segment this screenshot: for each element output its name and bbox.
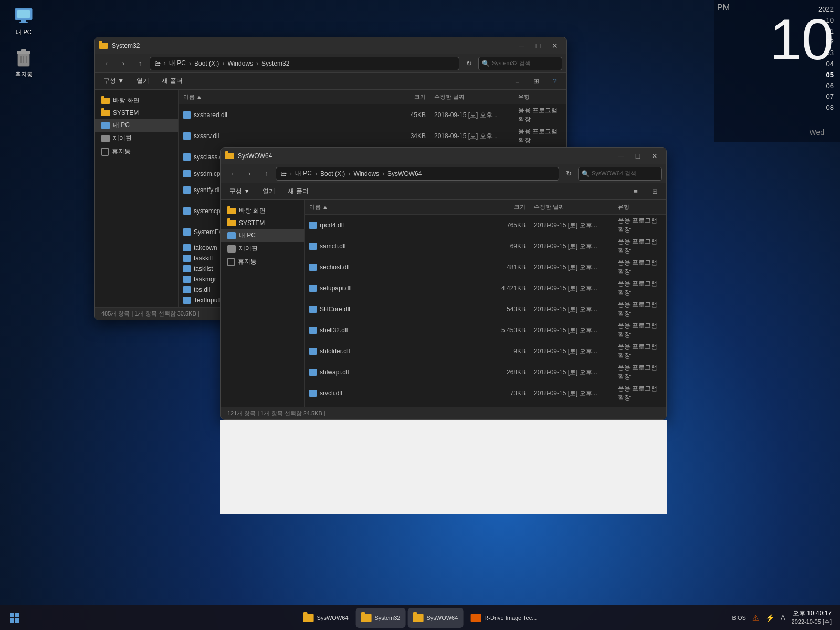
file-icon [183,276,191,283]
minimize-btn[interactable]: ─ [514,40,529,51]
taskbar-rdrive[interactable]: R-Drive Image Tec... [465,608,542,628]
time-block[interactable]: 오후 10:40:17 2022-10-05 [수] [792,609,832,626]
desktop-icon-pc[interactable]: 내 PC [5,5,42,36]
open-btn[interactable]: 열기 [132,75,153,88]
refresh-btn[interactable]: ↻ [461,57,476,70]
file-icon [309,222,317,229]
taskbar-syswow64-2[interactable]: SysWOW64 [407,608,463,628]
table-row[interactable]: sxssrv.dll 34KB 2018-09-15 [토] 오후... 응용 … [179,125,566,146]
syswow64-address-bar[interactable]: 🗁 › 내 PC › Boot (X:) › Windows › SysWOW6… [276,167,559,181]
organize-btn[interactable]: 구성 ▼ [99,75,128,88]
trash-icon [13,47,34,68]
back-btn[interactable]: ‹ [99,57,114,70]
syswow64-sidebar-mypc[interactable]: 내 PC [221,229,304,242]
sidebar-item-mypc[interactable]: 내 PC [95,119,178,132]
syswow64-search-bar[interactable]: 🔍 SysWOW64 검색 [578,167,662,181]
table-row[interactable]: SHCore.dll 543KB 2018-09-15 [토] 오후... 응용… [305,299,666,320]
table-row[interactable]: shell32.dll 5,453KB 2018-09-15 [토] 오후...… [305,320,666,341]
control-panel-icon [101,135,110,142]
syswow64-file-list-header: 이름 ▲ 크기 수정한 날짜 유형 [305,200,666,215]
table-row[interactable]: sechost.dll 481KB 2018-09-15 [토] 오후... 응… [305,257,666,278]
sidebar-item-trash[interactable]: 휴지통 [95,145,178,158]
sidebar-item-control[interactable]: 제어판 [95,132,178,145]
syswow64-pc-icon [227,232,236,239]
syswow64-body: 바탕 화면 SYSTEM 내 PC 제어판 휴지통 [221,200,666,407]
file-icon [309,327,317,334]
file-icon [183,228,191,236]
new-folder-btn[interactable]: 새 폴더 [158,75,186,88]
syswow64-close-btn[interactable]: ✕ [647,151,662,161]
syswow64-sidebar-desktop[interactable]: 바탕 화면 [221,204,304,217]
file-icon [309,306,317,313]
system32-titlebar: System32 ─ □ ✕ [95,37,566,54]
search-bar[interactable]: 🔍 System32 검색 [478,57,562,70]
syswow64-organize-btn[interactable]: 구성 ▼ [225,185,254,198]
trash-icon-label: 휴지통 [15,70,33,78]
file-icon [309,264,317,271]
up-btn[interactable]: ↑ [133,57,148,70]
svg-rect-6 [21,49,26,51]
svg-rect-1 [17,10,30,18]
syswow64-sidebar-control[interactable]: 제어판 [221,242,304,255]
table-row[interactable]: sxshared.dll 45KB 2018-09-15 [토] 오후... 응… [179,104,566,125]
warning-icon-2: ⚡ [765,614,774,622]
syswow64-back-btn[interactable]: ‹ [225,167,240,181]
table-row[interactable]: rpcrt4.dll 765KB 2018-09-15 [토] 오후... 응용… [305,215,666,236]
maximize-btn[interactable]: □ [531,40,545,51]
desktop-folder-icon [101,98,110,104]
help-btn[interactable]: ? [548,75,562,88]
taskbar-system32[interactable]: System32 [356,608,406,628]
view-tiles-btn[interactable]: ⊞ [529,75,543,88]
syswow64-minimize-btn[interactable]: ─ [614,151,628,161]
syswow64-new-folder-btn[interactable]: 새 폴더 [284,185,312,198]
forward-btn[interactable]: › [116,57,131,70]
syswow64-sidebar-trash[interactable]: 휴지통 [221,255,304,268]
syswow64-view-options-btn[interactable]: ≡ [628,185,643,198]
syswow64-file-list: 이름 ▲ 크기 수정한 날짜 유형 rpcrt4.dll 765KB 2018-… [305,200,666,407]
syswow64-view-tiles-btn[interactable]: ⊞ [647,185,662,198]
system-date: 2022-10-05 [수] [792,618,832,626]
syswow64-maximize-btn[interactable]: □ [631,151,645,161]
syswow64-nav-toolbar: ‹ › ↑ 🗁 › 내 PC › Boot (X:) › Windows › S… [221,164,666,183]
desktop-icon-trash[interactable]: 휴지통 [5,47,42,78]
view-options-btn[interactable]: ≡ [510,75,524,88]
syswow64-open-btn[interactable]: 열기 [258,185,279,198]
sidebar-item-system[interactable]: SYSTEM [95,107,178,119]
svg-rect-13 [15,618,19,623]
taskbar-folder-icon-1 [303,614,314,622]
table-row[interactable]: setupapi.dll 4,421KB 2018-09-15 [토] 오후..… [305,278,666,299]
file-icon [183,186,191,194]
svg-rect-11 [15,613,19,617]
syswow64-sidebar-system[interactable]: SYSTEM [221,217,304,229]
trash-sidebar-icon [101,148,109,156]
syswow64-folder-icon [225,153,234,159]
file-icon [183,207,191,215]
svg-rect-12 [10,618,14,623]
svg-rect-5 [17,51,30,54]
syswow64-titlebar: SysWOW64 ─ □ ✕ [221,148,666,164]
table-row[interactable]: shfolder.dll 9KB 2018-09-15 [토] 오후... 응용… [305,341,666,362]
table-row[interactable]: samcli.dll 69KB 2018-09-15 [토] 오후... 응용 … [305,236,666,257]
taskbar-syswow64-1[interactable]: SysWOW64 [298,608,354,628]
syswow64-forward-btn[interactable]: › [242,167,257,181]
syswow64-system-icon [227,220,236,226]
file-icon [183,244,191,251]
table-row[interactable]: shlwapi.dll 268KB 2018-09-15 [토] 오후... 응… [305,362,666,383]
search-icon: 🔍 [482,60,490,67]
close-btn[interactable]: ✕ [548,40,562,51]
syswow64-window-controls: ─ □ ✕ [614,151,662,161]
syswow64-sidebar: 바탕 화면 SYSTEM 내 PC 제어판 휴지통 [221,200,305,407]
table-row[interactable]: srvcli.dll 73KB 2018-09-15 [토] 오후... 응용 … [305,383,666,404]
sidebar-item-desktop[interactable]: 바탕 화면 [95,94,178,107]
system32-cmd-bar: 구성 ▼ 열기 새 폴더 ≡ ⊞ ? [95,73,566,90]
syswow64-up-btn[interactable]: ↑ [259,167,274,181]
address-bar[interactable]: 🗁 › 내 PC › Boot (X:) › Windows › System3… [150,57,459,70]
file-icon [309,369,317,376]
syswow64-trash-icon [227,258,235,266]
file-list-header: 이름 ▲ 크기 수정한 날짜 유형 [179,90,566,104]
keyboard-icon: A [781,614,785,622]
file-icon [183,255,191,262]
file-icon [183,132,191,140]
syswow64-refresh-btn[interactable]: ↻ [561,167,576,181]
start-button[interactable] [4,607,25,628]
